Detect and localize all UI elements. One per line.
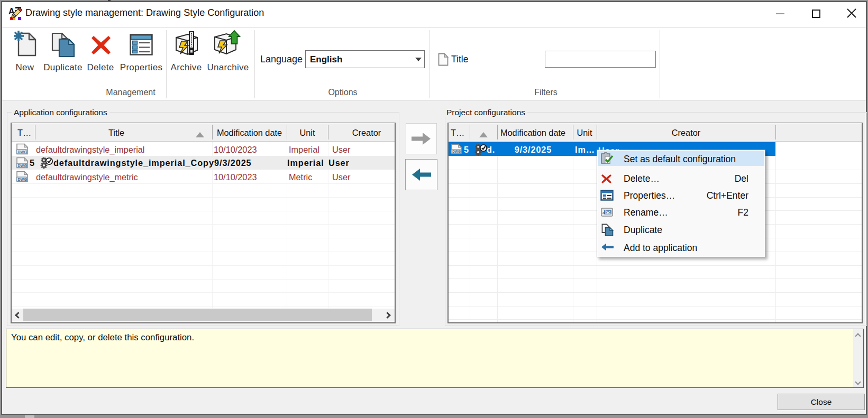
svg-text:bc: bc [605,210,611,215]
